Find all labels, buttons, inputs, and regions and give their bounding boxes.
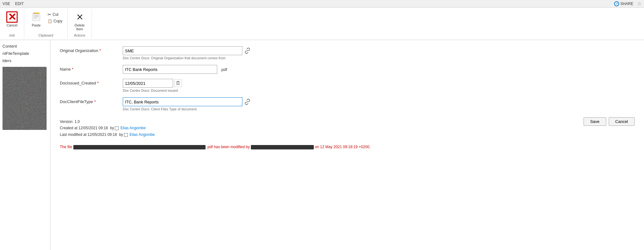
warning-middle: .pdf has been modified by xyxy=(206,145,250,149)
menu-item-vse[interactable]: VSE xyxy=(3,2,10,6)
ribbon-group-actions: ✕ Delete Item Actions xyxy=(68,9,92,38)
modified-by-user[interactable]: Elias Angombe xyxy=(130,132,155,137)
name-input[interactable] xyxy=(123,65,217,74)
copy-label: Copy xyxy=(54,19,62,23)
doc-issued-input-group: 🗓 xyxy=(123,79,182,88)
delete-label: Delete Item xyxy=(75,23,85,31)
form-cancel-button[interactable]: Cancel xyxy=(609,117,635,126)
version-info: Version: 1.0 Created at 12/05/2021 09:18… xyxy=(60,119,155,138)
warning-redacted-filename xyxy=(73,145,206,149)
name-input-group: .pdf xyxy=(123,65,227,74)
original-org-input-group xyxy=(123,46,251,55)
name-field: .pdf xyxy=(123,65,227,74)
required-indicator-issued: * xyxy=(97,81,99,85)
cancel-icon: ✕ xyxy=(6,11,18,23)
doc-client-type-input[interactable] xyxy=(123,97,242,106)
favorite-icon[interactable]: ☆ xyxy=(637,1,641,7)
doc-client-type-label: DocClientFileType * xyxy=(60,97,123,104)
file-extension: .pdf xyxy=(220,67,227,72)
doc-issued-field: 🗓 Doc Centre Docs: Document issued xyxy=(123,79,182,92)
save-button[interactable]: Save xyxy=(584,117,606,126)
copy-button[interactable]: 📋 Copy xyxy=(46,18,64,24)
menu-bar-right: ↗ SHARE ☆ xyxy=(614,1,641,7)
version-line: Version: 1.0 xyxy=(60,119,155,125)
sidebar-item-file-template[interactable]: ntFileTemplate xyxy=(0,50,50,57)
sidebar: Content ntFileTemplate lders xyxy=(0,40,50,250)
document-thumbnail xyxy=(3,67,47,130)
delete-icon: ✕ xyxy=(74,11,85,23)
doc-issued-hint: Doc Centre Docs: Document issued xyxy=(123,89,182,92)
cut-label: Cut xyxy=(53,12,59,17)
ribbon: ✕ Cancel imit Paste xyxy=(0,8,644,40)
actions-group-label: Actions xyxy=(74,32,85,37)
name-label: Name * xyxy=(60,65,123,72)
required-indicator-type: * xyxy=(94,99,96,104)
form-row-doc-issued: DocIssued_Created * 🗓 Doc Centre Docs: D… xyxy=(60,79,635,92)
paste-label: Paste xyxy=(32,23,41,27)
modified-checkbox xyxy=(124,133,128,137)
ribbon-actions-buttons: ✕ Delete Item xyxy=(71,10,88,32)
main-content: Original Organization * Doc Centre Docs:… xyxy=(50,40,644,250)
sidebar-item-content[interactable]: Content xyxy=(0,43,50,50)
required-indicator-name: * xyxy=(72,67,73,72)
ribbon-clipboard-buttons: Paste ✂ Cut 📋 Copy xyxy=(28,10,64,32)
modified-line: Last modified at 12/05/2021 09:18 by Eli… xyxy=(60,131,155,138)
share-icon: ↗ xyxy=(614,1,619,6)
cancel-label: Cancel xyxy=(7,23,17,27)
clipboard-group-label: Clipboard xyxy=(38,32,53,37)
ribbon-group-clipboard: Paste ✂ Cut 📋 Copy Clipboard xyxy=(24,9,68,38)
original-org-input[interactable] xyxy=(123,46,242,55)
svg-rect-4 xyxy=(34,18,37,18)
ribbon-group-commit: ✕ Cancel imit xyxy=(0,9,24,38)
cut-icon: ✂ xyxy=(48,12,51,17)
form-row-name: Name * .pdf xyxy=(60,65,635,74)
created-by-user[interactable]: Elias Angombe xyxy=(121,126,146,130)
created-line: Created at 12/05/2021 09:18 by Elias Ang… xyxy=(60,125,155,131)
warning-prefix: The file xyxy=(60,145,73,149)
svg-rect-3 xyxy=(34,16,39,17)
paste-button[interactable]: Paste xyxy=(28,10,44,28)
original-org-hint: Doc Centre Docs: Original Organization t… xyxy=(123,56,251,60)
cancel-button[interactable]: ✕ Cancel xyxy=(4,10,20,28)
menu-bar: VSE EDIT ↗ SHARE ☆ xyxy=(0,0,644,8)
copy-icon: 📋 xyxy=(48,19,52,23)
original-org-link-icon[interactable] xyxy=(244,47,251,55)
share-button[interactable]: ↗ SHARE xyxy=(614,1,633,6)
doc-issued-label: DocIssued_Created * xyxy=(60,79,123,85)
cut-button[interactable]: ✂ Cut xyxy=(46,11,64,18)
doc-issued-input[interactable] xyxy=(123,79,173,88)
doc-client-type-link-icon[interactable] xyxy=(244,98,251,106)
clipboard-small-group: ✂ Cut 📋 Copy xyxy=(46,10,64,25)
paste-icon xyxy=(31,11,42,23)
warning-message: The file .pdf has been modified by on 12… xyxy=(60,144,635,150)
form-row-original-org: Original Organization * Doc Centre Docs:… xyxy=(60,46,635,60)
form-row-doc-client-type: DocClientFileType * Doc Centre Docs: Cli… xyxy=(60,97,635,111)
svg-rect-1 xyxy=(32,14,40,21)
doc-client-type-input-group xyxy=(123,97,251,106)
created-checkbox xyxy=(115,126,119,130)
original-org-field: Doc Centre Docs: Original Organization t… xyxy=(123,46,251,60)
required-indicator: * xyxy=(99,48,101,53)
commit-group-label: imit xyxy=(9,32,14,37)
ribbon-commit-buttons: ✕ Cancel xyxy=(4,10,20,32)
warning-redacted-user xyxy=(251,145,314,149)
warning-suffix: on 12 May 2021 09:18:19 +0200. xyxy=(315,145,370,149)
delete-item-button[interactable]: ✕ Delete Item xyxy=(71,10,88,32)
bottom-row: Version: 1.0 Created at 12/05/2021 09:18… xyxy=(60,116,635,140)
app-body: Content ntFileTemplate lders Original Or… xyxy=(0,40,644,250)
sidebar-item-folders[interactable]: lders xyxy=(0,57,50,64)
original-org-label: Original Organization * xyxy=(60,46,123,53)
svg-rect-2 xyxy=(34,15,39,16)
menu-item-edit[interactable]: EDIT xyxy=(15,2,24,6)
form-action-buttons: Save Cancel xyxy=(584,117,635,126)
share-label: SHARE xyxy=(620,2,633,6)
doc-client-type-field: Doc Centre Docs: Client Files Type of do… xyxy=(123,97,251,111)
doc-client-type-hint: Doc Centre Docs: Client Files Type of do… xyxy=(123,107,251,111)
calendar-icon[interactable]: 🗓 xyxy=(174,79,182,87)
